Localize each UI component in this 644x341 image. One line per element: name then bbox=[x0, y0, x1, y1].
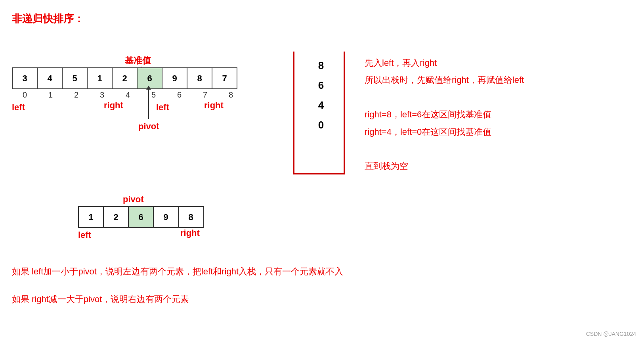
right-text-line1: 先入left，再入right bbox=[365, 56, 524, 70]
bottom-text-2: 如果 right减一大于pivot，说明右边有两个元素 bbox=[12, 293, 189, 305]
array-box-1: 4 bbox=[37, 67, 63, 89]
right-label-8: right bbox=[204, 100, 224, 111]
idx-3: 3 bbox=[89, 90, 115, 100]
stack-val-3: 0 bbox=[309, 115, 333, 135]
array-bottom-boxes: 1 2 6 9 8 bbox=[78, 206, 203, 228]
watermark: CSDN @JANG1024 bbox=[586, 331, 636, 337]
pivot-label-top: pivot bbox=[138, 121, 159, 132]
right-text-line2: 所以出栈时，先赋值给right，再赋值给left bbox=[365, 73, 524, 87]
idx-8: 8 bbox=[218, 90, 244, 100]
stack-val-1: 6 bbox=[309, 75, 333, 95]
idx-6: 6 bbox=[166, 90, 192, 100]
right-label-4: right bbox=[104, 100, 123, 111]
page-title: 非递归快排序： bbox=[12, 12, 84, 26]
right-text-block: 先入left，再入right 所以出栈时，先赋值给right，再赋值给left … bbox=[365, 56, 524, 176]
bottom-box-1: 2 bbox=[103, 206, 129, 228]
pivot-arrow-container: pivot bbox=[138, 89, 159, 132]
array-box-8: 7 bbox=[212, 67, 237, 89]
right-text-line7: 直到栈为空 bbox=[365, 159, 524, 173]
stack-values: 8 6 4 0 bbox=[309, 56, 333, 135]
stack-val-2: 4 bbox=[309, 95, 333, 115]
right-text-line4: right=8，left=6在这区间找基准值 bbox=[365, 107, 524, 122]
right-text-line3 bbox=[365, 90, 524, 105]
bottom-box-0: 1 bbox=[78, 206, 104, 228]
pivot-arrow-line bbox=[148, 89, 149, 119]
array-indices: 0 1 2 3 4 5 6 7 8 bbox=[12, 90, 244, 100]
right-label-bottom: right bbox=[180, 228, 200, 238]
array-top-boxes: 3 4 5 1 2 6 9 8 7 bbox=[12, 67, 237, 89]
pivot-label-bottom-text: pivot bbox=[123, 194, 144, 205]
array-box-7: 8 bbox=[187, 67, 212, 89]
right-text-line6 bbox=[365, 142, 524, 156]
bottom-box-3: 9 bbox=[153, 206, 179, 228]
bottom-text-1: 如果 left加一小于pivot，说明左边有两个元素，把left和right入栈… bbox=[12, 266, 343, 278]
array-box-0: 3 bbox=[12, 67, 38, 89]
idx-1: 1 bbox=[38, 90, 63, 100]
page-container: 非递归快排序： 基准值 3 4 5 1 2 6 9 8 7 0 1 2 3 4 … bbox=[0, 0, 644, 341]
idx-4: 4 bbox=[115, 90, 141, 100]
arrow-head-up bbox=[146, 86, 151, 90]
idx-7: 7 bbox=[192, 90, 218, 100]
idx-2: 2 bbox=[63, 90, 89, 100]
array-box-6: 9 bbox=[162, 67, 187, 89]
bottom-box-4: 8 bbox=[178, 206, 204, 228]
array-box-3: 1 bbox=[87, 67, 113, 89]
array-box-4: 2 bbox=[112, 67, 138, 89]
left-label-bottom: left bbox=[78, 230, 91, 240]
right-text-line5: right=4，left=0在这区间找基准值 bbox=[365, 125, 524, 139]
stack-val-0: 8 bbox=[309, 56, 333, 75]
bottom-box-2-pivot: 6 bbox=[128, 206, 154, 228]
array-box-2: 5 bbox=[62, 67, 88, 89]
jizhi-label: 基准值 bbox=[125, 55, 151, 67]
idx-0: 0 bbox=[12, 90, 38, 100]
left-label-0: left bbox=[12, 102, 25, 113]
